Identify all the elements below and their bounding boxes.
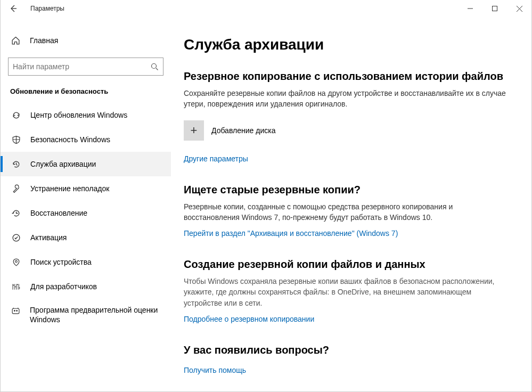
sidebar-item-label: Центр обновления Windows <box>30 111 127 119</box>
sidebar-item-security[interactable]: Безопасность Windows <box>1 127 171 152</box>
sidebar-item-label: Поиск устройства <box>30 258 92 266</box>
section-description: Резервные копии, созданные с помощью сре… <box>184 201 510 223</box>
svg-point-3 <box>15 260 17 263</box>
sidebar: Главная Обновление и безопасность Центр … <box>1 17 171 391</box>
maximize-button[interactable] <box>482 0 507 17</box>
sidebar-item-recovery[interactable]: Восстановление <box>1 201 171 225</box>
sidebar-item-label: Для разработчиков <box>30 282 97 291</box>
get-help-link[interactable]: Получить помощь <box>184 366 246 374</box>
sidebar-item-label: Восстановление <box>30 209 87 217</box>
page-title: Служба архивации <box>184 36 510 53</box>
sidebar-item-backup[interactable]: Служба архивации <box>1 152 171 176</box>
close-icon <box>517 6 522 12</box>
sidebar-category: Обновление и безопасность <box>1 87 171 103</box>
sidebar-item-label: Безопасность Windows <box>30 135 110 144</box>
find-device-icon <box>11 258 21 267</box>
section-heading: Создание резервной копии файлов и данных <box>184 257 510 272</box>
sidebar-item-activation[interactable]: Активация <box>1 225 171 250</box>
arrow-left-icon <box>9 4 18 13</box>
svg-point-5 <box>14 310 15 312</box>
section-description: Чтобы Windows сохраняла резервные копии … <box>184 276 510 308</box>
sidebar-item-label: Служба архивации <box>30 160 96 168</box>
key-icon <box>11 233 21 242</box>
sidebar-item-windows-update[interactable]: Центр обновления Windows <box>1 103 171 127</box>
content-area: Служба архивации Резервное копирование с… <box>171 17 531 391</box>
sidebar-item-find-device[interactable]: Поиск устройства <box>1 250 171 274</box>
section-file-history: Резервное копирование с использованием и… <box>184 69 510 164</box>
back-button[interactable] <box>1 0 26 17</box>
title-bar: Параметры <box>1 0 531 17</box>
section-heading: У вас появились вопросы? <box>184 343 510 357</box>
backup-restore-link[interactable]: Перейти в раздел "Архивация и восстановл… <box>184 229 398 238</box>
sidebar-item-label: Активация <box>30 233 67 242</box>
svg-point-6 <box>16 310 18 312</box>
more-options-link[interactable]: Другие параметры <box>184 154 248 163</box>
search-box[interactable] <box>8 58 163 76</box>
minimize-icon <box>468 6 473 11</box>
section-description: Сохраняйте резервные копии файлов на дру… <box>184 88 510 110</box>
insider-icon <box>11 305 20 315</box>
learn-more-backup-link[interactable]: Подробнее о резервном копировании <box>184 315 314 323</box>
wrench-icon <box>11 184 21 193</box>
sidebar-item-troubleshoot[interactable]: Устранение неполадок <box>1 176 171 201</box>
section-backup-files: Создание резервной копии файлов и данных… <box>184 257 510 324</box>
section-old-backups: Ищете старые резервные копии? Резервные … <box>184 183 510 239</box>
svg-rect-4 <box>12 308 19 314</box>
minimize-button[interactable] <box>458 0 482 17</box>
section-heading: Ищете старые резервные копии? <box>184 183 510 197</box>
maximize-icon <box>492 6 497 11</box>
shield-icon <box>11 135 21 144</box>
add-disk-label: Добавление диска <box>211 126 275 135</box>
svg-rect-0 <box>493 6 497 11</box>
backup-icon <box>11 160 21 169</box>
sidebar-home-label: Главная <box>30 36 58 45</box>
developer-icon <box>11 282 21 291</box>
home-icon <box>11 36 20 45</box>
close-button[interactable] <box>507 0 531 17</box>
sidebar-item-label: Программа предварительной оценки Windows <box>30 305 163 324</box>
sidebar-item-home[interactable]: Главная <box>1 30 171 51</box>
window-title: Параметры <box>30 5 64 12</box>
history-icon <box>11 209 21 218</box>
sync-icon <box>11 111 21 120</box>
section-questions: У вас появились вопросы? Получить помощь <box>184 343 510 375</box>
plus-icon: + <box>184 120 204 141</box>
sidebar-item-developers[interactable]: Для разработчиков <box>1 274 171 299</box>
search-icon <box>150 62 159 71</box>
search-input[interactable] <box>13 62 150 71</box>
sidebar-item-insider[interactable]: Программа предварительной оценки Windows <box>1 299 171 331</box>
add-disk-button[interactable]: + Добавление диска <box>184 120 510 141</box>
section-heading: Резервное копирование с использованием и… <box>184 69 510 84</box>
svg-point-1 <box>152 64 157 69</box>
sidebar-item-label: Устранение неполадок <box>30 184 109 193</box>
